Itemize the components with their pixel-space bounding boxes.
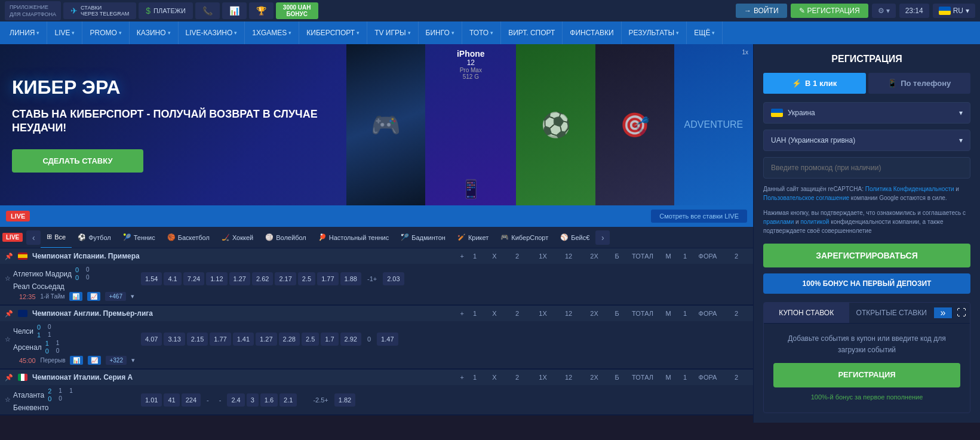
pin-icon[interactable]: 📌 (5, 374, 13, 381)
pin-icon[interactable]: 📌 (5, 310, 13, 318)
odds-h1[interactable]: 4.07 (141, 333, 162, 346)
fav-icon[interactable]: ☆ (5, 336, 11, 343)
odds-h2[interactable]: 2.15 (187, 333, 208, 346)
hero-cta-button[interactable]: СДЕЛАТЬ СТАВКУ (12, 149, 143, 173)
expand-icon[interactable]: ▾ (131, 356, 135, 364)
reg-tab-oneclick[interactable]: ⚡ В 1 клик (763, 73, 866, 94)
currency-select[interactable]: UAH (Украинская гривна) ▾ (763, 130, 970, 151)
more-button-atletico[interactable]: +467 (105, 292, 126, 301)
team2-sosiedad[interactable]: Реал Сосьедад (13, 282, 64, 291)
app-button[interactable]: ПРИЛОЖЕНИЕ ДЛЯ СМАРТФОНА (5, 1, 61, 20)
graph-button-chelsea[interactable]: 📈 (88, 356, 101, 365)
odds-total[interactable]: 2.5 (298, 272, 315, 285)
sport-tab-basketball[interactable]: 🏀 Баскетбол (161, 227, 216, 248)
team2-benevento[interactable]: Беневенто (13, 404, 48, 412)
odds-1x[interactable]: 1.77 (210, 333, 231, 346)
nav-item-1xgames[interactable]: 1XGAMES ▾ (245, 21, 299, 44)
sport-tab-volleyball[interactable]: 🏐 Волейбол (259, 227, 312, 248)
phone-button[interactable]: 📞 (195, 2, 220, 19)
view-all-live-button[interactable]: Смотреть все ставки LIVE (651, 210, 747, 223)
odds-2x[interactable]: 2.62 (252, 272, 273, 285)
nav-item-promo[interactable]: PROMO ▾ (82, 21, 129, 44)
promo-input[interactable] (763, 157, 970, 179)
team1-atalanta[interactable]: Аталанта (13, 391, 44, 399)
odds-h1[interactable]: 1.01 (141, 393, 162, 407)
team1-atletico[interactable]: Атлетико Мадрид (13, 270, 72, 278)
odds-m[interactable]: 1.77 (317, 272, 338, 285)
sport-tab-football[interactable]: ⚽ Футбол (72, 227, 117, 248)
odds-f1[interactable]: 1.88 (340, 272, 361, 285)
odds-2x[interactable]: 1.27 (256, 333, 277, 346)
nav-item-results[interactable]: РЕЗУЛЬТАТЫ ▾ (622, 21, 687, 44)
fav-icon[interactable]: ☆ (5, 396, 11, 404)
language-button[interactable]: RU ▾ (933, 4, 975, 18)
sport-tab-table-tennis[interactable]: 🏓 Настольный теннис (312, 227, 395, 248)
coupon-register-button[interactable]: РЕГИСТРАЦИЯ (773, 363, 960, 387)
odds-12[interactable]: 1.27 (229, 272, 250, 285)
team2-arsenal[interactable]: Арсенал (13, 343, 42, 352)
stats-button[interactable]: 📊 (222, 2, 247, 19)
sport-tab-tennis[interactable]: 🎾 Теннис (117, 227, 161, 248)
nav-item-tv-games[interactable]: TV ИГРЫ ▾ (367, 21, 418, 44)
nav-item-finstav[interactable]: ФИНСТАВКИ (563, 21, 621, 44)
odds-b[interactable]: 3 (247, 393, 259, 407)
trophy-button[interactable]: 🏆 (249, 2, 274, 19)
odds-1x[interactable]: 1.12 (206, 272, 227, 285)
team1-chelsea[interactable]: Челси (13, 327, 33, 336)
sport-tab-cricket[interactable]: 🏏 Крикет (451, 227, 494, 248)
coupon-tab-open[interactable]: ОТКРЫТЫЕ СТАВКИ (849, 303, 935, 323)
terms-link[interactable]: Пользовательское соглашение (763, 195, 849, 201)
nav-item-toto[interactable]: ТОТО ▾ (462, 21, 501, 44)
nav-item-live[interactable]: LIVE ▾ (47, 21, 82, 44)
odds-x[interactable]: 4.1 (164, 272, 181, 285)
nav-item-casino[interactable]: КАЗИНО ▾ (130, 21, 179, 44)
odds-m[interactable]: 2.1 (279, 393, 297, 407)
odds-h1[interactable]: 1.54 (141, 272, 162, 285)
rules-link[interactable]: правилами (763, 219, 794, 225)
payments-button[interactable]: $ ПЛАТЕЖИ (139, 2, 193, 19)
bonus-button[interactable]: 3000 UAH БОНУС (276, 2, 318, 19)
sport-tab-badminton[interactable]: 🏸 Бадминтон (395, 227, 451, 248)
pin-icon[interactable]: 📌 (5, 253, 13, 260)
nav-item-live-casino[interactable]: LIVE-КАЗИНО ▾ (179, 21, 245, 44)
odds-f2[interactable]: 1.82 (334, 393, 355, 407)
odds-total[interactable]: 2.5 (302, 333, 319, 346)
odds-2x[interactable]: 2.4 (227, 393, 244, 407)
sport-tab-cybersport[interactable]: 🎮 КиберСпорт (494, 227, 554, 248)
nav-item-liniya[interactable]: ЛИНИЯ ▾ (2, 21, 47, 44)
tabs-prev-button[interactable]: ‹ (26, 230, 41, 245)
odds-h2[interactable]: 7.24 (183, 272, 204, 285)
coupon-fullscreen-button[interactable]: ⛶ (952, 307, 970, 318)
nav-item-bingo[interactable]: БИНГО ▾ (419, 21, 462, 44)
odds-f2[interactable]: 2.03 (383, 272, 404, 285)
telegram-button[interactable]: ✈ СТАВКИ ЧЕРЕЗ TELEGRAM (63, 2, 136, 19)
odds-b[interactable]: 2.28 (279, 333, 300, 346)
login-button[interactable]: → ВОЙТИ (736, 4, 787, 18)
odds-f1[interactable]: 2.92 (340, 333, 361, 346)
country-select[interactable]: Украина ▾ (763, 102, 970, 124)
coupon-tab-bets[interactable]: КУПОН СТАВОК (764, 303, 849, 323)
stat-button-atletico[interactable]: 📊 (69, 292, 82, 301)
expand-icon[interactable]: ▾ (131, 293, 134, 300)
odds-m[interactable]: 1.7 (321, 333, 338, 346)
odds-h2[interactable]: 224 (182, 393, 201, 407)
register-submit-button[interactable]: ЗАРЕГИСТРИРОВАТЬСЯ (763, 244, 970, 267)
privacy-link[interactable]: Политика Конфиденциальности (865, 186, 954, 192)
tabs-next-button[interactable]: › (595, 230, 610, 245)
graph-button-atletico[interactable]: 📈 (87, 292, 100, 301)
nav-item-virt-sport[interactable]: ВИРТ. СПОРТ (501, 21, 563, 44)
odds-b[interactable]: 2.17 (275, 272, 296, 285)
nav-item-more[interactable]: ЕЩЁ ▾ (687, 21, 723, 44)
sport-tab-hockey[interactable]: 🏒 Хоккей (216, 227, 259, 248)
register-button[interactable]: ✎ РЕГИСТРАЦИЯ (791, 4, 868, 18)
nav-item-cybersport[interactable]: КИБЕРСПОРТ ▾ (299, 21, 367, 44)
odds-x[interactable]: 3.13 (164, 333, 185, 346)
odds-x[interactable]: 41 (164, 393, 179, 407)
coupon-expand-button[interactable]: » (934, 307, 952, 318)
stat-button-chelsea[interactable]: 📊 (70, 356, 83, 365)
more-button-chelsea[interactable]: +322 (106, 356, 127, 365)
odds-total[interactable]: 1.6 (260, 393, 278, 407)
sport-tab-all[interactable]: ⊞ Все (41, 227, 72, 248)
sport-tab-other[interactable]: ⚾ Бейс€ (554, 227, 595, 248)
privacy-link2[interactable]: политикой (800, 219, 829, 225)
